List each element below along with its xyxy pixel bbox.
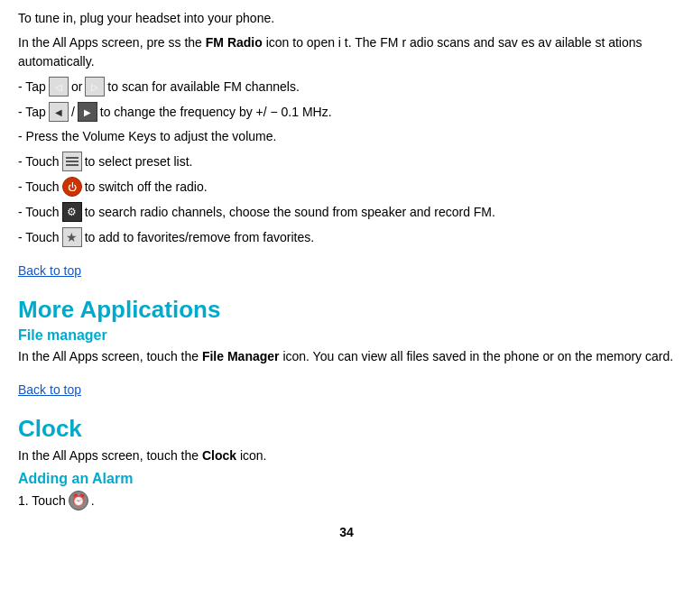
touch-item-4: - Touch ★ to add to favorites/remove fro… <box>18 227 675 247</box>
touch-item-1-suffix: to select preset list. <box>85 152 193 171</box>
back-to-top-container-2: Back to top <box>18 375 675 408</box>
power-icon: ⏻ <box>62 177 82 197</box>
file-manager-text-start: In the All Apps screen, touch the <box>18 349 202 363</box>
alarm-touch-line: 1. Touch ⏰ . <box>18 491 675 510</box>
touch-item-2-text: - Touch ⏻ to switch off the radio. <box>18 177 208 197</box>
clock-text-start: In the All Apps screen, touch the <box>18 448 202 463</box>
intro-fm-radio-bold: FM Radio <box>206 35 263 50</box>
tap-item-2-suffix: to change the frequency by +/ − 0.1 MHz. <box>100 103 332 122</box>
arrow-right-icon: ▶ <box>78 102 97 122</box>
clock-section: Clock In the All Apps screen, touch the … <box>18 415 675 510</box>
clock-heading: Clock <box>18 415 675 443</box>
tap-item-2-prefix: - Tap <box>18 103 46 122</box>
file-manager-text-end: icon. You can view all files saved in th… <box>280 349 674 363</box>
back-to-top-container-1: Back to top <box>18 256 675 289</box>
tap-item-2-slash: / <box>71 103 75 122</box>
settings-icon: ⚙ <box>62 202 82 222</box>
more-applications-heading: More Applications <box>18 296 675 324</box>
alarm-touch-text: 1. Touch ⏰ . <box>18 491 95 510</box>
tap-item-1: - Tap ◁ or ▷ to scan for available FM ch… <box>18 77 675 97</box>
back-to-top-link-1[interactable]: Back to top <box>18 263 81 278</box>
arrow-left-icon: ◀ <box>49 102 69 122</box>
tap-item-1-suffix: to scan for available FM channels. <box>107 78 299 97</box>
tap-item-1-prefix: - Tap <box>18 78 46 97</box>
touch-item-2-prefix: - Touch <box>18 178 60 197</box>
clock-text-end: icon. <box>236 448 266 463</box>
tap-item-1-text: - Tap ◁ or ▷ to scan for available FM ch… <box>18 77 300 97</box>
file-manager-bold: File Manager <box>202 349 280 363</box>
scan-right-icon: ▷ <box>85 77 105 97</box>
intro-line2: In the All Apps screen, pre ss the FM Ra… <box>18 33 675 71</box>
intro-section: To tune in, plug your headset into your … <box>18 9 675 71</box>
touch-item-1-prefix: - Touch <box>18 152 60 171</box>
file-manager-text: In the All Apps screen, touch the File M… <box>18 347 675 366</box>
touch-item-1-text: - Touch to select preset list. <box>18 152 193 171</box>
touch-item-4-prefix: - Touch <box>18 228 60 247</box>
touch-item-4-suffix: to add to favorites/remove from favorite… <box>85 228 314 247</box>
touch-item-4-text: - Touch ★ to add to favorites/remove fro… <box>18 227 314 247</box>
more-applications-section: More Applications File manager In the Al… <box>18 296 675 366</box>
alarm-touch-period: . <box>91 492 95 510</box>
clock-bold: Clock <box>202 448 236 463</box>
tap-item-2: - Tap ◀ / ▶ to change the frequency by +… <box>18 102 675 122</box>
list-icon <box>62 152 82 171</box>
file-manager-subheading: File manager <box>18 327 675 344</box>
touch-item-3-text: - Touch ⚙ to search radio channels, choo… <box>18 202 495 222</box>
adding-alarm-subheading: Adding an Alarm <box>18 471 675 487</box>
star-icon: ★ <box>62 227 82 247</box>
intro-line1: To tune in, plug your headset into your … <box>18 9 675 28</box>
volume-line: - Press the Volume Keys to adjust the vo… <box>18 127 675 146</box>
touch-item-1: - Touch to select preset list. <box>18 152 675 171</box>
touch-item-3: - Touch ⚙ to search radio channels, choo… <box>18 202 675 222</box>
alarm-icon: ⏰ <box>69 491 88 510</box>
tap-item-2-text: - Tap ◀ / ▶ to change the frequency by +… <box>18 102 332 122</box>
volume-text: - Press the Volume Keys to adjust the vo… <box>18 127 276 146</box>
back-to-top-link-2[interactable]: Back to top <box>18 382 81 397</box>
touch-item-3-suffix: to search radio channels, choose the sou… <box>85 203 495 222</box>
alarm-touch-prefix: 1. Touch <box>18 492 66 510</box>
tap-item-1-or: or <box>71 78 82 97</box>
clock-text: In the All Apps screen, touch the Clock … <box>18 446 675 465</box>
scan-left-icon: ◁ <box>49 77 69 97</box>
intro-line2-start: In the All Apps screen, pre ss the <box>18 35 206 50</box>
page-number: 34 <box>18 525 675 539</box>
touch-item-2: - Touch ⏻ to switch off the radio. <box>18 177 675 197</box>
touch-item-2-suffix: to switch off the radio. <box>85 178 208 197</box>
touch-item-3-prefix: - Touch <box>18 203 60 222</box>
